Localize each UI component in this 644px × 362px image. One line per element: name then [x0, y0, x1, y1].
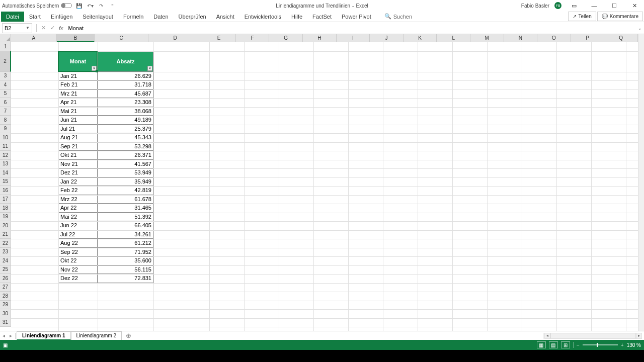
- table-cell-value[interactable]: 45.343: [98, 133, 153, 142]
- table-cell-month[interactable]: Jun 21: [58, 116, 98, 125]
- col-header-O[interactable]: O: [537, 34, 571, 42]
- ribbon-search[interactable]: 🔍 Suchen: [384, 13, 412, 20]
- table-cell-month[interactable]: Mrz 21: [58, 89, 98, 99]
- autosave-toggle[interactable]: Automatisches Speichern: [2, 3, 72, 9]
- table-cell-month[interactable]: Nov 22: [58, 265, 98, 275]
- table-cell-month[interactable]: Okt 22: [58, 256, 98, 265]
- table-cell-value[interactable]: 49.189: [98, 116, 153, 125]
- row-header-11[interactable]: 11: [0, 142, 11, 151]
- expand-formula-icon[interactable]: ⌄: [636, 26, 644, 31]
- sheet-tab-1[interactable]: Liniendiagramm 2: [71, 331, 122, 340]
- ribbon-tab-daten[interactable]: Daten: [148, 12, 173, 22]
- table-cell-value[interactable]: 72.831: [98, 274, 153, 283]
- user-avatar[interactable]: FB: [554, 2, 561, 9]
- row-header-27[interactable]: 27: [0, 283, 11, 292]
- row-header-8[interactable]: 8: [0, 116, 11, 125]
- share-button[interactable]: ↗ Teilen: [568, 12, 596, 21]
- filter-dropdown-icon[interactable]: ▼: [92, 66, 97, 71]
- table-cell-month[interactable]: Jan 21: [58, 72, 98, 81]
- minimize-icon[interactable]: —: [587, 1, 602, 11]
- table-cell-month[interactable]: Mai 21: [58, 107, 98, 116]
- zoom-in-icon[interactable]: +: [621, 342, 624, 348]
- row-header-23[interactable]: 23: [0, 248, 11, 257]
- table-cell-value[interactable]: 31.718: [98, 80, 153, 89]
- macro-record-icon[interactable]: ▣: [3, 342, 8, 348]
- table-cell-value[interactable]: 56.115: [98, 265, 153, 275]
- save-icon[interactable]: 💾: [75, 2, 83, 10]
- table-cell-month[interactable]: Dez 21: [58, 168, 98, 177]
- col-header-F[interactable]: F: [236, 34, 270, 42]
- table-cell-month[interactable]: Aug 22: [58, 239, 98, 248]
- table-cell-value[interactable]: 51.392: [98, 213, 153, 222]
- row-header-30[interactable]: 30: [0, 309, 11, 318]
- table-cell-value[interactable]: 31.465: [98, 204, 153, 213]
- row-header-18[interactable]: 18: [0, 204, 11, 213]
- table-cell-month[interactable]: Feb 22: [58, 186, 98, 195]
- table-cell-month[interactable]: Okt 21: [58, 151, 98, 160]
- comments-button[interactable]: 💬 Kommentare: [597, 12, 643, 21]
- table-header-absatz[interactable]: Absatz▼: [98, 51, 153, 72]
- redo-icon[interactable]: ↷: [97, 2, 105, 10]
- row-header-22[interactable]: 22: [0, 239, 11, 248]
- col-header-Q[interactable]: Q: [604, 34, 638, 42]
- row-header-28[interactable]: 28: [0, 292, 11, 301]
- table-cell-value[interactable]: 26.371: [98, 151, 153, 160]
- table-cell-value[interactable]: 26.629: [98, 72, 153, 81]
- table-cell-month[interactable]: Sep 22: [58, 248, 98, 257]
- table-cell-value[interactable]: 66.405: [98, 221, 153, 230]
- col-header-L[interactable]: L: [437, 34, 470, 42]
- zoom-slider[interactable]: [583, 344, 618, 345]
- col-header-D[interactable]: D: [148, 34, 202, 42]
- ribbon-tab-hilfe[interactable]: Hilfe: [286, 12, 307, 22]
- maximize-icon[interactable]: ☐: [607, 1, 622, 11]
- sheet-nav-next-icon[interactable]: ▸: [7, 333, 14, 338]
- ribbon-display-icon[interactable]: ▭: [567, 1, 582, 11]
- table-cell-value[interactable]: 35.600: [98, 256, 153, 265]
- row-header-2[interactable]: 2: [0, 51, 11, 72]
- row-header-19[interactable]: 19: [0, 213, 11, 222]
- table-cell-value[interactable]: 61.678: [98, 195, 153, 204]
- table-cell-value[interactable]: 23.308: [98, 98, 153, 107]
- col-header-G[interactable]: G: [269, 34, 303, 42]
- row-header-5[interactable]: 5: [0, 89, 11, 99]
- name-box[interactable]: B2 ▼: [2, 23, 32, 33]
- table-cell-value[interactable]: 61.212: [98, 239, 153, 248]
- row-header-25[interactable]: 25: [0, 265, 11, 275]
- cells-area[interactable]: Monat▼Absatz▼Jan 2126.629Feb 2131.718Mrz…: [11, 42, 638, 331]
- table-cell-month[interactable]: Mrz 22: [58, 195, 98, 204]
- table-cell-month[interactable]: Mai 22: [58, 213, 98, 222]
- table-cell-value[interactable]: 34.261: [98, 230, 153, 239]
- view-pagebreak-icon[interactable]: ⊞: [561, 341, 570, 348]
- row-header-12[interactable]: 12: [0, 151, 11, 160]
- view-pagelayout-icon[interactable]: ▤: [549, 341, 558, 348]
- col-header-M[interactable]: M: [470, 34, 504, 42]
- row-header-7[interactable]: 7: [0, 107, 11, 116]
- zoom-thumb[interactable]: [597, 343, 598, 347]
- col-header-N[interactable]: N: [504, 34, 538, 42]
- col-header-C[interactable]: C: [95, 34, 148, 42]
- add-sheet-icon[interactable]: ⊕: [125, 332, 132, 339]
- table-cell-value[interactable]: 45.687: [98, 89, 153, 99]
- row-header-9[interactable]: 9: [0, 125, 11, 134]
- zoom-value[interactable]: 130 %: [627, 342, 641, 348]
- row-header-1[interactable]: 1: [0, 42, 11, 51]
- hscroll-left-icon[interactable]: ◂: [544, 333, 550, 339]
- vertical-scrollbar[interactable]: [638, 34, 644, 331]
- row-header-10[interactable]: 10: [0, 133, 11, 142]
- row-header-16[interactable]: 16: [0, 186, 11, 195]
- ribbon-tab-ansicht[interactable]: Ansicht: [211, 12, 239, 22]
- table-cell-month[interactable]: Apr 21: [58, 98, 98, 107]
- col-header-I[interactable]: I: [337, 34, 370, 42]
- name-box-dropdown-icon[interactable]: ▼: [26, 26, 30, 30]
- ribbon-tab-factset[interactable]: FactSet: [307, 12, 337, 22]
- col-header-H[interactable]: H: [303, 34, 337, 42]
- sheet-tab-0[interactable]: Liniendiagramm 1: [17, 331, 71, 340]
- filter-dropdown-icon[interactable]: ▼: [147, 66, 152, 71]
- row-header-14[interactable]: 14: [0, 168, 11, 177]
- hscroll-track[interactable]: [550, 333, 636, 339]
- cancel-formula-icon[interactable]: ✕: [39, 25, 48, 31]
- col-header-P[interactable]: P: [571, 34, 605, 42]
- formula-input[interactable]: Monat: [65, 25, 636, 31]
- toggle-switch[interactable]: [61, 3, 72, 8]
- col-header-A[interactable]: A: [11, 34, 57, 42]
